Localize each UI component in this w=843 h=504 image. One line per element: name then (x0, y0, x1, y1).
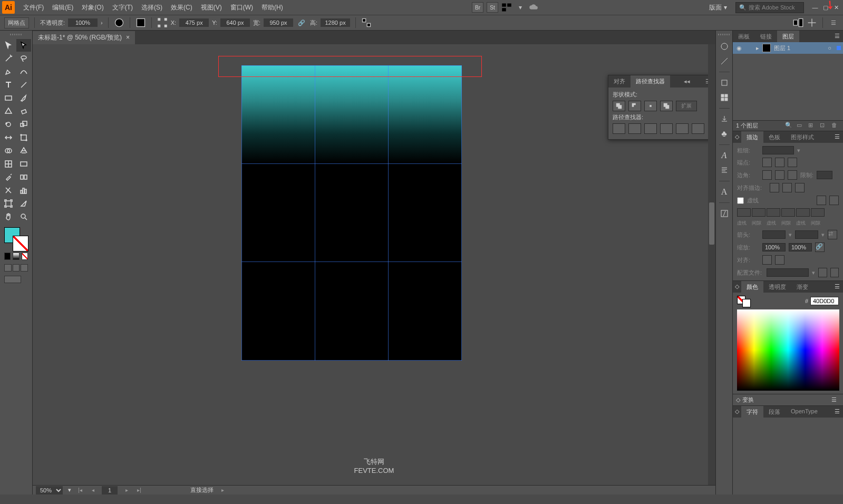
unite-icon[interactable] (613, 101, 625, 111)
chevron-down-icon[interactable]: ▾ (515, 2, 526, 13)
asset-export-icon[interactable] (718, 113, 731, 125)
tab-layers[interactable]: 图层 (777, 31, 799, 42)
none-mode-btn[interactable] (22, 253, 28, 260)
color-spectrum[interactable] (737, 309, 839, 391)
scale-start[interactable] (762, 243, 786, 251)
menu-help[interactable]: 帮助(H) (257, 3, 287, 12)
delete-layer-icon[interactable]: 🗑 (831, 122, 840, 130)
join-bevel[interactable] (788, 170, 797, 180)
new-sublayer-icon[interactable]: ⊞ (808, 122, 817, 130)
align-outside[interactable] (795, 183, 805, 192)
tab-gradient[interactable]: 渐变 (791, 281, 813, 293)
join-round[interactable] (775, 170, 784, 180)
css-properties-icon[interactable] (718, 207, 731, 220)
symbols-icon[interactable] (718, 76, 731, 89)
close-button[interactable]: ✕ (831, 3, 841, 12)
dash-input[interactable] (737, 208, 751, 217)
transform-icon[interactable] (135, 17, 146, 28)
fill-stroke-swatch[interactable] (0, 226, 32, 250)
draw-normal[interactable] (4, 264, 12, 272)
anchor-icon[interactable] (157, 17, 168, 28)
scale-tool[interactable] (16, 118, 31, 131)
zoom-tool[interactable] (16, 210, 31, 223)
color-mode-btn[interactable] (4, 253, 11, 260)
target-icon[interactable]: ○ (828, 45, 831, 51)
panel-menu-icon[interactable]: ☰ (831, 406, 843, 418)
first-page-icon[interactable]: |◂ (76, 487, 84, 494)
gap-input[interactable] (781, 208, 795, 217)
screen-mode[interactable] (4, 276, 21, 283)
perspective-grid-tool[interactable] (16, 144, 31, 157)
canvas[interactable]: 对齐 路径查找器 ◂◂ ☰ 形状模式: 扩展 路径查找器: (33, 44, 715, 485)
dock-grip[interactable] (718, 34, 731, 38)
outline-icon[interactable] (676, 123, 689, 134)
locate-icon[interactable]: 🔍 (785, 122, 793, 130)
line-tool[interactable] (16, 79, 31, 91)
color-swatch-pair[interactable] (737, 296, 752, 306)
draw-behind[interactable] (13, 264, 20, 272)
panel-menu-icon[interactable]: ☰ (831, 31, 843, 42)
next-page-icon[interactable]: ▸ (123, 487, 130, 494)
swap-arrows[interactable]: ⇄ (828, 230, 837, 239)
arrange-icon[interactable] (501, 2, 512, 13)
panel-collapse-icon[interactable]: ◂◂ (682, 75, 692, 88)
weight-input[interactable] (762, 146, 794, 154)
direct-selection-tool[interactable] (16, 39, 31, 52)
rotate-tool[interactable] (1, 118, 16, 131)
magic-wand-tool[interactable] (1, 52, 16, 65)
stroke-swatch[interactable] (13, 236, 28, 251)
width-tool[interactable] (1, 131, 16, 144)
type-tool[interactable] (1, 79, 16, 91)
tab-transparency[interactable]: 透明度 (763, 281, 791, 293)
exclude-icon[interactable] (660, 101, 673, 111)
cap-butt[interactable] (762, 158, 772, 167)
dash-input[interactable] (796, 208, 810, 217)
panel-cycle-icon[interactable]: ◇ (733, 131, 741, 143)
minus-back-icon[interactable] (692, 123, 704, 134)
panel-menu-icon[interactable]: ☰ (828, 17, 839, 28)
minimize-button[interactable]: — (810, 3, 820, 12)
selection-tool[interactable] (1, 39, 16, 52)
lasso-tool[interactable] (16, 52, 31, 65)
arrow-start[interactable] (762, 230, 786, 239)
join-miter[interactable] (762, 170, 772, 180)
artboard-tool[interactable] (1, 197, 16, 210)
merge-icon[interactable] (644, 123, 657, 134)
expand-icon[interactable]: ▸ (756, 45, 759, 52)
scale-end[interactable] (789, 243, 812, 251)
column-graph-tool[interactable] (16, 184, 31, 197)
tab-graphic-styles[interactable]: 图形样式 (786, 131, 819, 143)
panel-cycle-icon[interactable]: ◇ (733, 281, 741, 293)
dash-align-2[interactable] (829, 196, 839, 205)
chevron-down-icon[interactable]: ▾ (812, 269, 815, 276)
tab-paragraph[interactable]: 段落 (763, 406, 786, 418)
minus-front-icon[interactable] (628, 101, 641, 111)
make-clip-icon[interactable]: ▭ (797, 122, 805, 130)
hand-tool[interactable] (1, 210, 16, 223)
draw-inside[interactable] (21, 264, 28, 272)
chevron-down-icon[interactable]: ▾ (821, 231, 825, 238)
h-input[interactable] (321, 18, 350, 27)
gap-input[interactable] (752, 208, 766, 217)
layer-row[interactable]: ◉ ▸ 图层 1 ○ (733, 42, 843, 54)
isolate-icon[interactable] (361, 17, 372, 28)
blend-tool[interactable] (16, 171, 31, 183)
new-layer-icon[interactable]: ⊡ (820, 122, 828, 130)
shaper-tool[interactable] (1, 105, 16, 118)
panel-cycle-icon[interactable]: ◇ (733, 406, 741, 418)
dashed-checkbox[interactable] (737, 197, 744, 204)
eraser-tool[interactable] (16, 105, 31, 118)
chevron-right-icon[interactable]: › (101, 20, 103, 26)
pen-tool[interactable] (1, 65, 16, 78)
mesh-tool[interactable] (1, 158, 16, 170)
cap-round[interactable] (775, 158, 784, 167)
paragraph-icon[interactable] (718, 164, 731, 177)
menu-object[interactable]: 对象(O) (77, 3, 108, 12)
chevron-down-icon[interactable]: ▾ (68, 487, 71, 493)
last-page-icon[interactable]: ▸| (135, 487, 143, 494)
vertical-scrollbar[interactable] (708, 44, 715, 485)
dash-input[interactable] (767, 208, 780, 217)
stroke-swatch[interactable] (742, 299, 751, 307)
align-center[interactable] (770, 183, 779, 192)
paintbrush-tool[interactable] (16, 92, 31, 104)
